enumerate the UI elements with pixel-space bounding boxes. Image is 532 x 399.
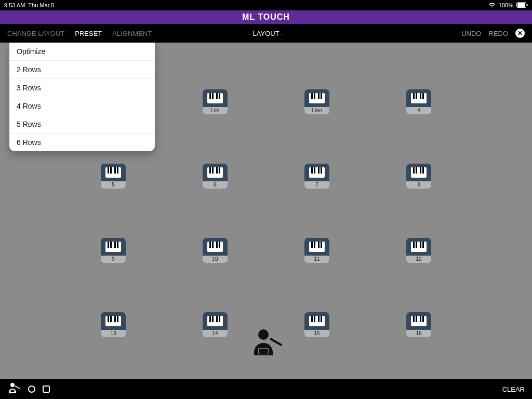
svg-rect-1: [517, 3, 525, 7]
piano-icon: [406, 89, 431, 107]
station-label: 13: [101, 330, 126, 337]
station-11[interactable]: 11: [304, 238, 329, 263]
statusbar-battery-pct: 100%: [499, 2, 513, 8]
statusbar-time: 9:53 AM: [4, 2, 25, 8]
preset-item-4rows[interactable]: 4 Rows: [9, 97, 155, 115]
undo-button[interactable]: UNDO: [461, 30, 481, 37]
station-16[interactable]: 16: [406, 312, 431, 337]
svg-point-7: [10, 383, 15, 387]
station-8[interactable]: 8: [406, 164, 431, 189]
station-4[interactable]: 4: [406, 89, 431, 114]
station-15[interactable]: 15: [304, 312, 329, 337]
preset-item-6rows[interactable]: 6 Rows: [9, 134, 155, 151]
piano-icon: [406, 238, 431, 256]
station-label: 11: [304, 256, 329, 263]
app-title-bar: ML TOUCH: [0, 10, 532, 24]
station-12[interactable]: 12: [406, 238, 431, 263]
clear-button[interactable]: CLEAR: [502, 385, 525, 393]
station-6[interactable]: 6: [203, 164, 228, 189]
close-icon[interactable]: ✕: [515, 29, 525, 38]
station-label: 14: [203, 330, 228, 337]
svg-rect-2: [527, 4, 528, 6]
svg-rect-9: [15, 385, 20, 389]
svg-rect-6: [270, 338, 283, 346]
station-2[interactable]: Lori: [203, 89, 228, 114]
svg-rect-5: [259, 349, 268, 354]
alignment-button[interactable]: ALIGNMENT: [112, 30, 152, 37]
station-label: Lian: [304, 107, 329, 114]
station-label: 16: [406, 330, 431, 337]
piano-icon: [203, 238, 228, 256]
piano-icon: [406, 164, 431, 181]
station-13[interactable]: 13: [101, 312, 126, 337]
preset-item-5rows[interactable]: 5 Rows: [9, 115, 155, 134]
layout-canvas[interactable]: Optimize 2 Rows 3 Rows 4 Rows 5 Rows 6 R…: [0, 43, 532, 379]
station-label: 9: [101, 256, 126, 263]
station-label: 4: [406, 107, 431, 114]
piano-icon: [304, 312, 329, 330]
statusbar-date: Thu Mar 5: [28, 2, 54, 8]
piano-icon: [406, 312, 431, 330]
piano-icon: [101, 238, 126, 256]
station-3[interactable]: Lian: [304, 89, 329, 114]
circle-tool-icon[interactable]: [28, 385, 35, 393]
status-bar: 9:53 AM Thu Mar 5 100%: [0, 0, 532, 10]
station-label: 7: [304, 181, 329, 189]
station-14[interactable]: 14: [203, 312, 228, 337]
battery-icon: [516, 2, 528, 9]
preset-item-3rows[interactable]: 3 Rows: [9, 79, 155, 97]
station-label: 5: [101, 181, 126, 189]
svg-rect-8: [11, 390, 15, 392]
station-label: 15: [304, 330, 329, 337]
station-label: 10: [203, 256, 228, 263]
preset-item-optimize[interactable]: Optimize: [9, 43, 155, 61]
station-label: 12: [406, 256, 431, 263]
svg-point-3: [258, 329, 269, 340]
piano-icon: [304, 164, 329, 181]
preset-dropdown: Optimize 2 Rows 3 Rows 4 Rows 5 Rows 6 R…: [9, 43, 155, 151]
conductor-icon[interactable]: [247, 327, 285, 364]
redo-button[interactable]: REDO: [488, 30, 508, 37]
change-layout-button[interactable]: CHANGE LAYOUT: [7, 30, 64, 37]
app-title: ML TOUCH: [242, 12, 290, 22]
station-7[interactable]: 7: [304, 164, 329, 189]
station-label: Lori: [203, 107, 228, 114]
station-9[interactable]: 9: [101, 238, 126, 263]
bottom-bar: CLEAR: [0, 379, 532, 399]
preset-button[interactable]: PRESET: [75, 30, 102, 37]
piano-icon: [203, 89, 228, 107]
piano-icon: [304, 89, 329, 107]
station-10[interactable]: 10: [203, 238, 228, 263]
wifi-icon: [488, 2, 496, 9]
piano-icon: [203, 164, 228, 181]
piano-icon: [101, 164, 126, 181]
layout-toolbar: CHANGE LAYOUT PRESET ALIGNMENT - LAYOUT …: [0, 24, 532, 43]
piano-icon: [203, 312, 228, 330]
preset-item-2rows[interactable]: 2 Rows: [9, 61, 155, 79]
square-tool-icon[interactable]: [43, 385, 50, 393]
station-5[interactable]: 5: [101, 164, 126, 189]
station-label: 6: [203, 181, 228, 189]
piano-icon: [304, 238, 329, 256]
station-label: 8: [406, 181, 431, 189]
piano-icon: [101, 312, 126, 330]
conductor-tool-icon[interactable]: [7, 382, 21, 396]
